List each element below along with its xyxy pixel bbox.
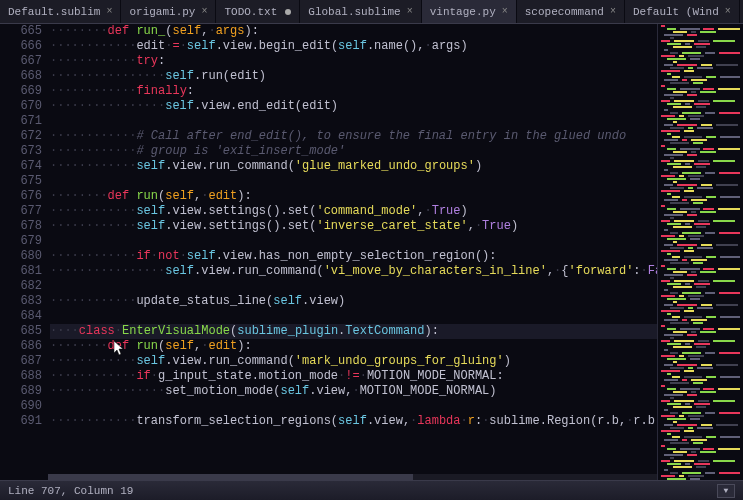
minimap-line — [658, 403, 743, 405]
code-area[interactable]: ········def run_(self,·args):···········… — [48, 24, 657, 480]
minimap-line — [658, 418, 743, 420]
whitespace: ············ — [50, 354, 136, 368]
minimap-line — [658, 415, 743, 417]
minimap-line — [658, 181, 743, 183]
minimap-line — [658, 229, 743, 231]
token: True — [432, 204, 461, 218]
minimap-line — [658, 310, 743, 312]
minimap-line — [658, 118, 743, 120]
line-number: 681 — [0, 264, 42, 279]
minimap-line — [658, 175, 743, 177]
minimap-line — [658, 283, 743, 285]
tab[interactable]: scopecommand× — [517, 0, 625, 23]
token: .view.begin_edit( — [216, 39, 338, 53]
close-icon[interactable]: × — [201, 6, 207, 17]
token: .view) — [302, 294, 345, 308]
token: ) — [511, 219, 518, 233]
line-number-gutter: 6656666676686696706716726736746756766776… — [0, 24, 48, 480]
minimap-line — [658, 460, 743, 462]
minimap-line — [658, 28, 743, 30]
line-number: 688 — [0, 369, 42, 384]
close-icon[interactable]: × — [610, 6, 616, 17]
tab[interactable]: TODO.txt — [216, 0, 300, 23]
token: def — [108, 24, 130, 38]
minimap-line — [658, 406, 743, 408]
minimap-line — [658, 469, 743, 471]
token: .view.run_command( — [165, 354, 295, 368]
code-line — [50, 309, 657, 324]
close-icon[interactable]: × — [407, 6, 413, 17]
whitespace: ············ — [50, 144, 136, 158]
minimap-line — [658, 316, 743, 318]
whitespace: ············ — [50, 249, 136, 263]
minimap-line — [658, 385, 743, 387]
tab[interactable]: Global.sublime× — [300, 0, 421, 23]
minimap[interactable] — [657, 24, 743, 480]
token: != — [345, 369, 359, 383]
minimap-line — [658, 442, 743, 444]
line-number: 691 — [0, 414, 42, 429]
close-icon[interactable]: × — [725, 6, 731, 17]
minimap-line — [658, 91, 743, 93]
minimap-line — [658, 271, 743, 273]
minimap-line — [658, 292, 743, 294]
line-number: 670 — [0, 99, 42, 114]
token: # Call after end_edit(), to ensure the f… — [136, 129, 626, 143]
token: self — [165, 339, 194, 353]
token: set_motion_mode( — [165, 384, 280, 398]
close-icon[interactable]: × — [106, 6, 112, 17]
minimap-line — [658, 25, 743, 27]
code-line: ············update_status_line(self.view… — [50, 294, 657, 309]
token: .view, — [367, 414, 410, 428]
minimap-line — [658, 304, 743, 306]
token: r.b — [633, 414, 655, 428]
minimap-line — [658, 220, 743, 222]
line-number: 683 — [0, 294, 42, 309]
token: run_ — [136, 24, 165, 38]
chevron-down-icon: ▼ — [724, 486, 729, 495]
tab[interactable]: Default.sublim× — [0, 0, 121, 23]
tab[interactable]: Default (Wind× — [625, 0, 740, 23]
token: · — [352, 384, 359, 398]
minimap-line — [658, 151, 743, 153]
whitespace: ················ — [50, 384, 165, 398]
minimap-line — [658, 394, 743, 396]
token: 'glue_marked_undo_groups' — [295, 159, 475, 173]
minimap-line — [658, 466, 743, 468]
whitespace: ············ — [50, 84, 136, 98]
close-icon[interactable]: × — [502, 6, 508, 17]
minimap-line — [658, 88, 743, 90]
token: g_input_state.motion_mode — [158, 369, 338, 383]
token: args — [216, 24, 245, 38]
minimap-line — [658, 226, 743, 228]
minimap-line — [658, 376, 743, 378]
minimap-line — [658, 319, 743, 321]
token: transform_selection_regions( — [136, 414, 338, 428]
status-dropdown-button[interactable]: ▼ — [717, 484, 735, 498]
code-line: ················self.run(edit) — [50, 69, 657, 84]
minimap-line — [658, 46, 743, 48]
minimap-line — [658, 187, 743, 189]
tab-label: scopecommand — [525, 6, 604, 18]
tab[interactable]: origami.py× — [121, 0, 216, 23]
token: · — [360, 369, 367, 383]
token: = — [172, 39, 179, 53]
minimap-line — [658, 79, 743, 81]
token: : — [187, 84, 194, 98]
token: .view.end_edit(edit) — [194, 99, 338, 113]
token: .view.settings().set( — [165, 219, 316, 233]
line-number: 685 — [0, 324, 42, 339]
minimap-line — [658, 325, 743, 327]
code-line: ················set_motion_mode(self.vie… — [50, 384, 657, 399]
minimap-line — [658, 166, 743, 168]
minimap-line — [658, 424, 743, 426]
minimap-line — [658, 334, 743, 336]
token: self — [338, 39, 367, 53]
minimap-line — [658, 148, 743, 150]
token: .view.settings().set( — [165, 204, 316, 218]
code-line — [50, 399, 657, 414]
minimap-line — [658, 103, 743, 105]
line-number: 676 — [0, 189, 42, 204]
minimap-line — [658, 250, 743, 252]
tab[interactable]: vintage.py× — [422, 0, 517, 23]
